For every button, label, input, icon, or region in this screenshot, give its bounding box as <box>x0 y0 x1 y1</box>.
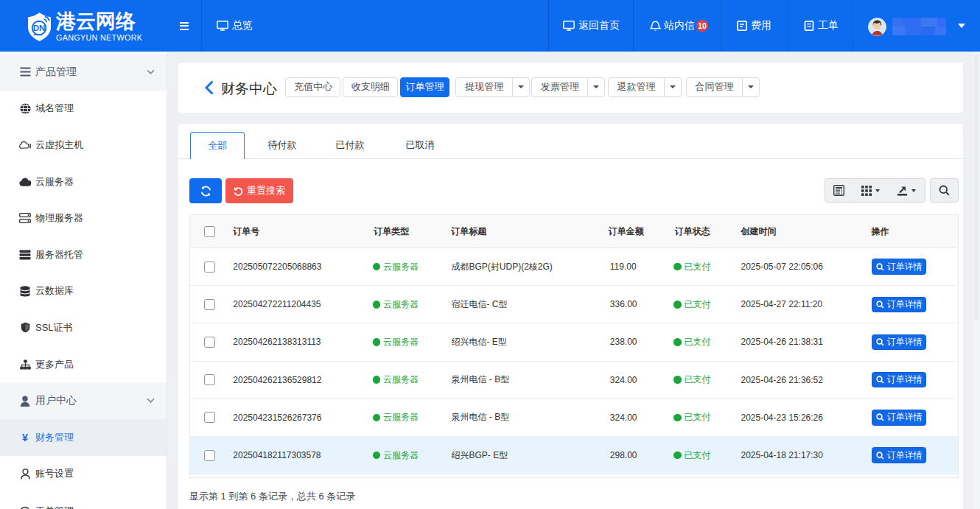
svg-text:DN: DN <box>33 24 46 32</box>
